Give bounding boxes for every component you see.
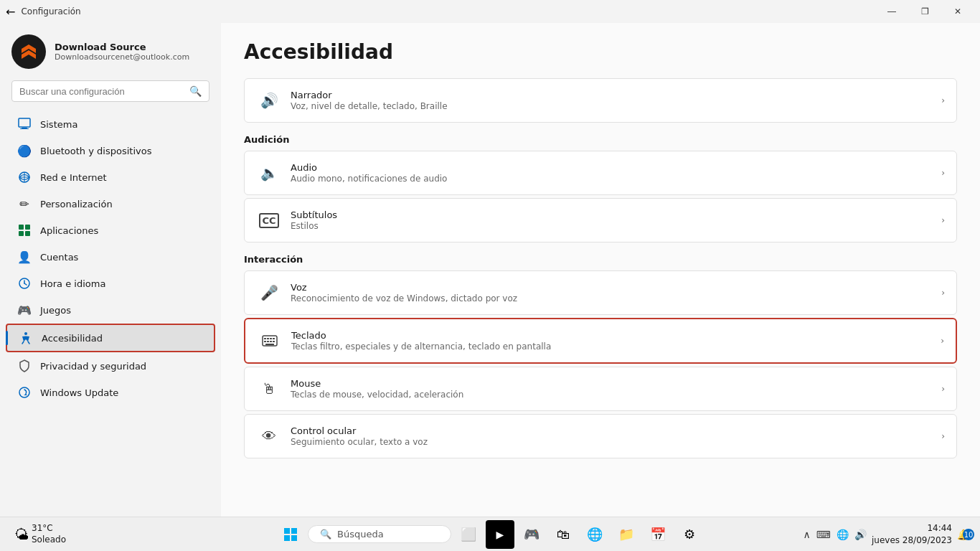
svg-rect-5 bbox=[20, 128, 29, 129]
taskbar-weather[interactable]: 🌤 31°C Soleado bbox=[9, 520, 72, 548]
item-text-subtitulos: Subtítulos Estilos bbox=[291, 209, 941, 231]
item-icon-mouse: 🖱 bbox=[256, 376, 282, 402]
maximize-button[interactable]: ❐ bbox=[908, 0, 941, 23]
section-label-audicion: Audición bbox=[244, 134, 957, 145]
svg-rect-3 bbox=[19, 118, 30, 127]
settings-item-voz[interactable]: 🎤 Voz Reconocimiento de voz de Windows, … bbox=[244, 270, 957, 315]
nav-icon-personalizacion: ✏️ bbox=[17, 197, 32, 211]
notification-wrapper: 🔔 10 bbox=[955, 527, 971, 541]
sidebar-item-windows-update[interactable]: Windows Update bbox=[6, 380, 215, 405]
taskbar-app-files[interactable]: 📁 bbox=[612, 520, 641, 549]
sidebar-item-accesibilidad[interactable]: Accesibilidad bbox=[6, 324, 215, 352]
search-input[interactable] bbox=[19, 86, 184, 97]
item-title-control-ocular: Control ocular bbox=[291, 425, 941, 436]
svg-rect-26 bbox=[264, 341, 266, 342]
item-title-audio: Audio bbox=[291, 162, 941, 173]
keyboard-svg bbox=[262, 335, 278, 347]
taskbar-app-edge[interactable]: 🌐 bbox=[580, 520, 609, 549]
back-button[interactable]: ← bbox=[6, 5, 15, 19]
item-icon-narrador: 🔊 bbox=[256, 88, 282, 113]
app-body: Download Source Downloadsourcenet@outloo… bbox=[0, 23, 980, 517]
item-icon-teclado bbox=[257, 328, 283, 354]
nav-items: Sistema🔵Bluetooth y dispositivosRed e In… bbox=[0, 110, 221, 517]
nav-icon-juegos: 🎮 bbox=[17, 303, 32, 317]
taskbar-app-calendar[interactable]: 📅 bbox=[644, 520, 672, 549]
title-bar-controls: — ❐ ✕ bbox=[875, 0, 974, 23]
nav-label-windows-update: Windows Update bbox=[40, 387, 118, 398]
item-text-control-ocular: Control ocular Seguimiento ocular, texto… bbox=[291, 425, 941, 447]
title-bar-left: ← Configuración bbox=[6, 5, 81, 19]
weather-icon: 🌤 bbox=[14, 526, 29, 543]
sidebar-item-cuentas[interactable]: 👤Cuentas bbox=[6, 244, 215, 270]
item-subtitle-narrador: Voz, nivel de detalle, teclado, Braille bbox=[291, 101, 941, 111]
sidebar-item-bluetooth[interactable]: 🔵Bluetooth y dispositivos bbox=[6, 138, 215, 164]
nav-label-personalizacion: Personalización bbox=[40, 199, 113, 209]
search-icon: 🔍 bbox=[189, 85, 202, 97]
sidebar-item-privacidad[interactable]: Privacidad y seguridad bbox=[6, 353, 215, 379]
svg-rect-25 bbox=[273, 338, 275, 339]
taskbar: 🌤 31°C Soleado 🔍 Búsqueda ⬜ ▶ 🎮 🛍 🌐 📁 📅 bbox=[0, 517, 980, 551]
search-box[interactable]: 🔍 bbox=[11, 80, 209, 102]
svg-rect-31 bbox=[284, 528, 290, 534]
svg-rect-23 bbox=[267, 338, 269, 339]
sidebar-item-hora[interactable]: Hora e idioma bbox=[6, 270, 215, 296]
start-button[interactable] bbox=[276, 520, 305, 549]
settings-item-narrador[interactable]: 🔊 Narrador Voz, nivel de detalle, teclad… bbox=[244, 78, 957, 123]
nav-label-aplicaciones: Aplicaciones bbox=[40, 225, 98, 236]
svg-line-17 bbox=[22, 342, 24, 344]
tray-network[interactable]: 🌐 bbox=[834, 526, 851, 543]
user-section: Download Source Downloadsourcenet@outloo… bbox=[0, 23, 221, 77]
nav-icon-bluetooth: 🔵 bbox=[17, 143, 32, 158]
item-subtitle-voz: Reconocimiento de voz de Windows, dictad… bbox=[291, 293, 941, 303]
settings-item-teclado[interactable]: Teclado Teclas filtro, especiales y de a… bbox=[244, 318, 957, 364]
minimize-button[interactable]: — bbox=[875, 0, 908, 23]
settings-item-control-ocular[interactable]: 👁 Control ocular Seguimiento ocular, tex… bbox=[244, 414, 957, 458]
sidebar-item-aplicaciones[interactable]: Aplicaciones bbox=[6, 217, 215, 243]
user-info: Download Source Downloadsourcenet@outloo… bbox=[55, 42, 189, 62]
item-subtitle-audio: Audio mono, notificaciones de audio bbox=[291, 174, 941, 184]
search-icon-taskbar: 🔍 bbox=[320, 529, 331, 540]
settings-item-mouse[interactable]: 🖱 Mouse Teclas de mouse, velocidad, acel… bbox=[244, 367, 957, 411]
tray-keyboard[interactable]: ⌨ bbox=[814, 526, 833, 543]
tray-expand[interactable]: ∧ bbox=[801, 526, 812, 543]
item-subtitle-teclado: Teclas filtro, especiales y de alternanc… bbox=[291, 342, 941, 352]
avatar[interactable] bbox=[11, 34, 46, 69]
weather-text: 31°C Soleado bbox=[32, 523, 66, 545]
nav-icon-windows-update bbox=[17, 385, 32, 400]
sidebar-item-juegos[interactable]: 🎮Juegos bbox=[6, 297, 215, 323]
sidebar: Download Source Downloadsourcenet@outloo… bbox=[0, 23, 221, 517]
settings-item-audio[interactable]: 🔈 Audio Audio mono, notificaciones de au… bbox=[244, 151, 957, 195]
taskbar-search[interactable]: 🔍 Búsqueda bbox=[308, 525, 451, 543]
title-bar-title: Configuración bbox=[21, 6, 80, 17]
svg-rect-12 bbox=[25, 231, 30, 236]
taskbar-left: 🌤 31°C Soleado bbox=[9, 520, 72, 548]
sidebar-item-sistema[interactable]: Sistema bbox=[6, 111, 215, 137]
item-text-mouse: Mouse Teclas de mouse, velocidad, aceler… bbox=[291, 378, 941, 400]
nav-label-juegos: Juegos bbox=[40, 305, 71, 316]
sidebar-item-personalizacion[interactable]: ✏️Personalización bbox=[6, 191, 215, 217]
svg-rect-30 bbox=[265, 344, 274, 345]
item-title-narrador: Narrador bbox=[291, 90, 941, 100]
settings-item-subtitulos[interactable]: CC Subtítulos Estilos › bbox=[244, 198, 957, 242]
item-chevron-narrador: › bbox=[941, 95, 945, 105]
taskbar-app-settings[interactable]: ⚙️ bbox=[675, 520, 704, 549]
taskbar-app-store[interactable]: 🛍 bbox=[549, 520, 578, 549]
svg-rect-24 bbox=[270, 338, 272, 339]
item-subtitle-mouse: Teclas de mouse, velocidad, aceleración bbox=[291, 390, 941, 400]
close-button[interactable]: ✕ bbox=[941, 0, 974, 23]
tray-volume[interactable]: 🔊 bbox=[852, 526, 869, 543]
item-text-teclado: Teclado Teclas filtro, especiales y de a… bbox=[291, 330, 941, 352]
sidebar-item-red[interactable]: Red e Internet bbox=[6, 164, 215, 190]
item-text-narrador: Narrador Voz, nivel de detalle, teclado,… bbox=[291, 90, 941, 111]
taskbar-time[interactable]: 14:44 jueves 28/09/2023 bbox=[872, 522, 952, 547]
task-view-button[interactable]: ⬜ bbox=[454, 520, 483, 549]
item-icon-voz: 🎤 bbox=[256, 280, 282, 306]
item-chevron-audio: › bbox=[941, 168, 945, 178]
nav-label-accesibilidad: Accesibilidad bbox=[42, 333, 103, 344]
nav-icon-cuentas: 👤 bbox=[17, 250, 32, 264]
svg-rect-32 bbox=[291, 528, 297, 534]
nav-label-hora: Hora e idioma bbox=[40, 278, 105, 289]
taskbar-app-discord[interactable]: 🎮 bbox=[517, 520, 546, 549]
item-icon-control-ocular: 👁 bbox=[256, 423, 282, 449]
taskbar-app-terminal[interactable]: ▶ bbox=[486, 520, 514, 549]
